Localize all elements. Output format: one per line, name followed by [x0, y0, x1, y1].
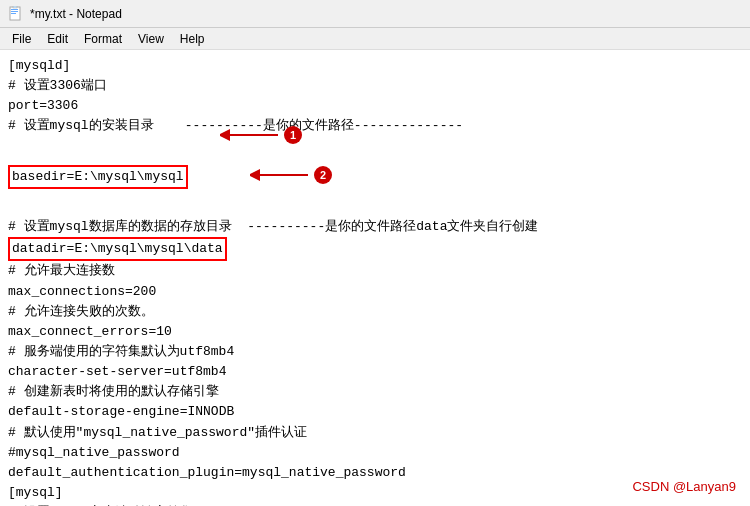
title-bar: *my.txt - Notepad: [0, 0, 750, 28]
arrow-1-icon: [220, 125, 280, 145]
watermark: CSDN @Lanyan9: [632, 479, 736, 494]
line-14: # 创建新表时将使用的默认存储引擎: [8, 382, 742, 402]
line-12: # 服务端使用的字符集默认为utf8mb4: [8, 342, 742, 362]
menu-format[interactable]: Format: [76, 30, 130, 48]
line-6: # 设置mysql数据库的数据的存放目录 ----------是你的文件路径da…: [8, 217, 742, 237]
line-2: # 设置3306端口: [8, 76, 742, 96]
svg-rect-4: [13, 6, 17, 8]
line-16: # 默认使用"mysql_native_password"插件认证: [8, 423, 742, 443]
line-1: [mysqld]: [8, 56, 742, 76]
line-9: max_connections=200: [8, 282, 742, 302]
line-5: basedir=E:\mysql\mysql: [8, 137, 742, 218]
annotation-2: 2: [250, 165, 332, 185]
line-11: max_connect_errors=10: [8, 322, 742, 342]
circle-2: 2: [314, 166, 332, 184]
menu-help[interactable]: Help: [172, 30, 213, 48]
circle-1: 1: [284, 126, 302, 144]
line-17: #mysql_native_password: [8, 443, 742, 463]
menu-edit[interactable]: Edit: [39, 30, 76, 48]
line-3: port=3306: [8, 96, 742, 116]
line-15: default-storage-engine=INNODB: [8, 402, 742, 422]
line-4: # 设置mysql的安装目录 ----------是你的文件路径--------…: [8, 116, 742, 136]
annotation-1: 1: [220, 125, 302, 145]
menu-bar: File Edit Format View Help: [0, 28, 750, 50]
line-10: # 允许连接失败的次数。: [8, 302, 742, 322]
svg-rect-1: [11, 9, 18, 10]
basedir-highlight: basedir=E:\mysql\mysql: [8, 165, 188, 189]
notepad-icon: [8, 6, 24, 22]
menu-view[interactable]: View: [130, 30, 172, 48]
editor-area[interactable]: [mysqld] # 设置3306端口 port=3306 # 设置mysql的…: [0, 50, 750, 506]
svg-rect-3: [11, 13, 16, 14]
window-title: *my.txt - Notepad: [30, 7, 122, 21]
datadir-highlight: datadir=E:\mysql\mysql\data: [8, 237, 227, 261]
svg-rect-2: [11, 11, 18, 12]
line-8: # 允许最大连接数: [8, 261, 742, 281]
menu-file[interactable]: File: [4, 30, 39, 48]
line-7: datadir=E:\mysql\mysql\data: [8, 237, 742, 261]
code-lines: [mysqld] # 设置3306端口 port=3306 # 设置mysql的…: [8, 56, 742, 506]
line-13: character-set-server=utf8mb4: [8, 362, 742, 382]
arrow-2-icon: [250, 165, 310, 185]
